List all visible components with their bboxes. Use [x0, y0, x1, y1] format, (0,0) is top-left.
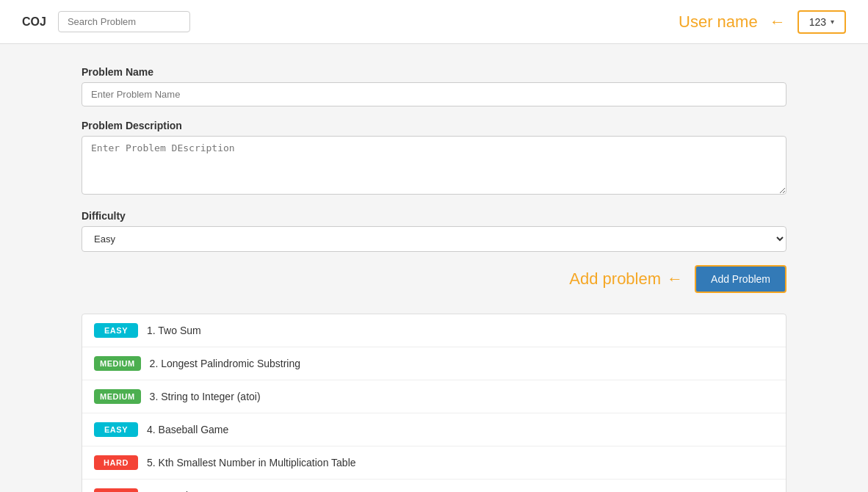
problem-difficulty-badge: MEDIUM: [94, 389, 141, 404]
problem-difficulty-badge: HARD: [94, 455, 138, 470]
navbar: COJ User name ← 123 ▾: [0, 0, 868, 44]
arrow-left-icon: ←: [770, 12, 786, 32]
difficulty-group: Difficulty Easy Medium Hard: [82, 210, 786, 252]
add-problem-button[interactable]: Add Problem: [695, 265, 786, 293]
add-problem-annotation-label: Add problem: [569, 269, 661, 289]
problem-name-group: Problem Name: [82, 66, 786, 106]
problem-list-item[interactable]: HARD6. Decode Ways II: [82, 480, 786, 492]
user-dropdown-label: 123: [809, 16, 826, 28]
problem-list-item[interactable]: EASY1. Two Sum: [82, 314, 786, 347]
problem-list-item[interactable]: MEDIUM3. String to Integer (atoi): [82, 380, 786, 413]
problem-description-textarea[interactable]: [82, 136, 786, 195]
add-problem-annotation: Add problem ←: [569, 269, 683, 289]
problem-list: EASY1. Two SumMEDIUM2. Longest Palindrom…: [82, 314, 786, 492]
user-dropdown-button[interactable]: 123 ▾: [798, 10, 846, 34]
problem-difficulty-badge: EASY: [94, 422, 138, 437]
arrow-right-icon: ←: [667, 269, 683, 289]
search-input[interactable]: [58, 11, 190, 32]
problem-list-item[interactable]: MEDIUM2. Longest Palindromic Substring: [82, 347, 786, 380]
difficulty-label: Difficulty: [82, 210, 786, 222]
problem-title: 2. Longest Palindromic Substring: [150, 358, 300, 369]
problem-title: 4. Baseball Game: [147, 424, 228, 435]
difficulty-select[interactable]: Easy Medium Hard: [82, 226, 786, 252]
navbar-right: User name ← 123 ▾: [679, 10, 846, 34]
problem-title: 3. String to Integer (atoi): [150, 391, 261, 402]
problem-title: 1. Two Sum: [147, 325, 201, 336]
add-problem-row: Add problem ← Add Problem: [82, 265, 786, 293]
problem-difficulty-badge: MEDIUM: [94, 356, 141, 371]
navbar-left: COJ: [22, 11, 190, 32]
problem-description-label: Problem Description: [82, 120, 786, 131]
problem-list-item[interactable]: HARD5. Kth Smallest Number in Multiplica…: [82, 446, 786, 480]
problem-title: 5. Kth Smallest Number in Multiplication…: [147, 457, 356, 469]
problem-list-item[interactable]: EASY4. Baseball Game: [82, 413, 786, 446]
problem-description-group: Problem Description: [82, 120, 786, 197]
chevron-down-icon: ▾: [831, 18, 834, 26]
main-content: Problem Name Problem Description Difficu…: [67, 66, 801, 492]
user-annotation-label: User name: [679, 12, 758, 32]
navbar-brand: COJ: [22, 15, 46, 29]
problem-name-label: Problem Name: [82, 66, 786, 78]
problem-difficulty-badge: HARD: [94, 488, 138, 492]
problem-name-input[interactable]: [82, 82, 786, 106]
problem-difficulty-badge: EASY: [94, 323, 138, 338]
